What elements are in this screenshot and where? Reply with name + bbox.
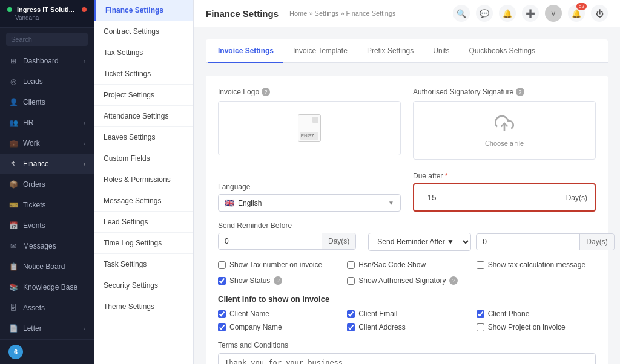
tab-invoice-settings[interactable]: Invoice Settings bbox=[208, 39, 283, 63]
assets-icon: 🗄 bbox=[8, 303, 18, 313]
reminder-after-label bbox=[368, 221, 614, 230]
reminder-before-input-container: Day(s) bbox=[218, 233, 356, 250]
page-title: Finance Settings bbox=[206, 8, 279, 19]
power-button[interactable]: ⏻ bbox=[591, 5, 608, 22]
sidebar-item-leads[interactable]: ◎ Leads bbox=[0, 71, 94, 92]
sub-sidebar-item-finance-settings[interactable]: Finance Settings bbox=[94, 0, 193, 21]
sidebar-item-dashboard[interactable]: ⊞ Dashboard › bbox=[0, 51, 94, 71]
reminder-after-suffix: Day(s) bbox=[579, 234, 613, 250]
sub-sidebar-item-leaves-settings[interactable]: Leaves Settings bbox=[94, 127, 193, 148]
orders-icon: 📦 bbox=[8, 180, 18, 189]
sub-sidebar-item-tax-settings[interactable]: Tax Settings bbox=[94, 42, 193, 63]
sub-sidebar-item-time-log-settings[interactable]: Time Log Settings bbox=[94, 233, 193, 254]
sub-sidebar-item-roles-permissions[interactable]: Roles & Permissions bbox=[94, 169, 193, 190]
sidebar-label-dashboard: Dashboard bbox=[23, 57, 84, 65]
sub-sidebar-item-task-settings[interactable]: Task Settings bbox=[94, 254, 193, 275]
sidebar-item-tickets[interactable]: 🎫 Tickets bbox=[0, 195, 94, 215]
terms-label: Terms and Conditions bbox=[218, 341, 596, 349]
reminder-after-select[interactable]: Send Reminder After ▼ bbox=[368, 233, 471, 251]
language-group: Language 🇬🇧 English ▼ bbox=[218, 183, 401, 212]
search-input[interactable] bbox=[6, 33, 88, 46]
chevron-right-icon: › bbox=[84, 325, 85, 332]
due-after-input[interactable] bbox=[421, 189, 470, 206]
terms-textarea[interactable]: Thank you for your business. bbox=[218, 353, 596, 364]
client-phone-checkbox[interactable] bbox=[477, 310, 484, 318]
show-authorised-checkbox[interactable] bbox=[347, 277, 355, 285]
show-project-checkbox[interactable] bbox=[477, 323, 484, 331]
sidebar-item-knowledge-base[interactable]: 📚 Knowledge Base bbox=[0, 277, 94, 297]
hsn-sac-checkbox[interactable] bbox=[347, 261, 355, 269]
sub-sidebar-item-attendance-settings[interactable]: Attendance Settings bbox=[94, 106, 193, 127]
show-status-label: Show Status bbox=[229, 276, 270, 285]
reminder-row: Send Reminder Before Day(s) Send Reminde… bbox=[218, 221, 596, 251]
alerts-button[interactable]: 🔔 bbox=[499, 5, 516, 22]
client-email-checkbox[interactable] bbox=[347, 310, 355, 318]
notice-board-icon: 📋 bbox=[8, 262, 18, 271]
due-after-label: Due after * bbox=[413, 172, 596, 180]
client-name-checkbox[interactable] bbox=[218, 310, 226, 318]
tab-units[interactable]: Units bbox=[423, 39, 459, 63]
sidebar-item-hr[interactable]: 👥 HR › bbox=[0, 112, 94, 133]
tab-quickbooks-settings[interactable]: Quickbooks Settings bbox=[460, 39, 545, 63]
sub-sidebar-item-security-settings[interactable]: Security Settings bbox=[94, 275, 193, 296]
sidebar-item-work[interactable]: 💼 Work › bbox=[0, 133, 94, 154]
current-user: Vandana bbox=[7, 15, 87, 21]
logo-signature-row: Invoice Logo ? PNG7... Au bbox=[218, 88, 596, 160]
invoice-logo-upload[interactable]: PNG7... bbox=[218, 101, 401, 155]
due-after-box: Day(s) bbox=[413, 183, 596, 212]
sidebar-item-letter[interactable]: 📄 Letter › bbox=[0, 318, 94, 339]
show-status-help-icon[interactable]: ? bbox=[274, 276, 282, 285]
knowledge-base-icon: 📚 bbox=[8, 282, 18, 292]
tax-calculation-checkbox[interactable] bbox=[477, 261, 484, 269]
language-select-display[interactable]: 🇬🇧 English ▼ bbox=[218, 194, 401, 212]
add-button[interactable]: ➕ bbox=[522, 5, 539, 22]
chat-button[interactable]: 💬 bbox=[476, 5, 493, 22]
clients-icon: 👤 bbox=[8, 97, 18, 107]
client-address-checkbox[interactable] bbox=[347, 323, 355, 331]
topbar: Finance Settings Home » Settings » Finan… bbox=[194, 0, 620, 27]
signature-upload[interactable]: Choose a file bbox=[413, 101, 596, 160]
checkbox-client-phone: Client Phone bbox=[477, 310, 596, 318]
sub-sidebar-item-ticket-settings[interactable]: Ticket Settings bbox=[94, 63, 193, 85]
sidebar-item-events[interactable]: 📅 Events bbox=[0, 215, 94, 236]
checkbox-client-name: Client Name bbox=[218, 310, 337, 318]
show-status-checkbox[interactable] bbox=[218, 277, 226, 285]
events-icon: 📅 bbox=[8, 221, 18, 230]
sidebar-item-notice-board[interactable]: 📋 Notice Board bbox=[0, 256, 94, 277]
sidebar-item-messages[interactable]: ✉ Messages bbox=[0, 236, 94, 256]
sidebar-item-finance[interactable]: ₹ Finance › bbox=[0, 154, 94, 174]
client-email-label: Client Email bbox=[358, 310, 397, 318]
reminder-before-input[interactable] bbox=[219, 233, 322, 249]
show-tax-number-checkbox[interactable] bbox=[218, 261, 226, 269]
sub-sidebar-item-message-settings[interactable]: Message Settings bbox=[94, 190, 193, 212]
chevron-right-icon: › bbox=[84, 58, 85, 65]
sidebar-label-leads: Leads bbox=[23, 77, 85, 86]
app-logo: Ingress IT Soluti... bbox=[7, 6, 87, 13]
sidebar-item-clients[interactable]: 👤 Clients bbox=[0, 92, 94, 112]
choose-file-text: Choose a file bbox=[485, 140, 524, 147]
sidebar-item-orders[interactable]: 📦 Orders bbox=[0, 174, 94, 195]
show-authorised-help-icon[interactable]: ? bbox=[449, 276, 458, 285]
sub-sidebar: Finance Settings Contract Settings Tax S… bbox=[94, 0, 194, 364]
search-button[interactable]: 🔍 bbox=[453, 5, 470, 22]
notifications-button[interactable]: 🔔 52 bbox=[568, 5, 585, 22]
sub-sidebar-item-contract-settings[interactable]: Contract Settings bbox=[94, 21, 193, 42]
sub-sidebar-item-custom-fields[interactable]: Custom Fields bbox=[94, 148, 193, 169]
tab-invoice-template[interactable]: Invoice Template bbox=[283, 39, 357, 63]
sub-sidebar-item-lead-settings[interactable]: Lead Settings bbox=[94, 212, 193, 233]
help-icon-sig[interactable]: ? bbox=[516, 88, 524, 96]
help-icon[interactable]: ? bbox=[262, 88, 270, 96]
due-after-group: Due after * Day(s) bbox=[413, 172, 596, 212]
company-name-checkbox[interactable] bbox=[218, 323, 226, 331]
reminder-after-input-container: Day(s) bbox=[476, 233, 614, 250]
reminder-after-input[interactable] bbox=[477, 234, 579, 250]
tab-prefix-settings[interactable]: Prefix Settings bbox=[357, 39, 423, 63]
avatar[interactable]: V bbox=[545, 5, 562, 22]
sub-sidebar-item-theme-settings[interactable]: Theme Settings bbox=[94, 296, 193, 317]
breadcrumb: Home » Settings » Finance Settings bbox=[289, 10, 395, 17]
sidebar-bottom-number: 6 bbox=[8, 345, 23, 359]
sidebar-item-assets[interactable]: 🗄 Assets bbox=[0, 297, 94, 318]
file-preview: PNG7... bbox=[298, 114, 321, 142]
invoice-logo-section: Invoice Logo ? PNG7... bbox=[218, 88, 401, 160]
sub-sidebar-item-project-settings[interactable]: Project Settings bbox=[94, 85, 193, 106]
